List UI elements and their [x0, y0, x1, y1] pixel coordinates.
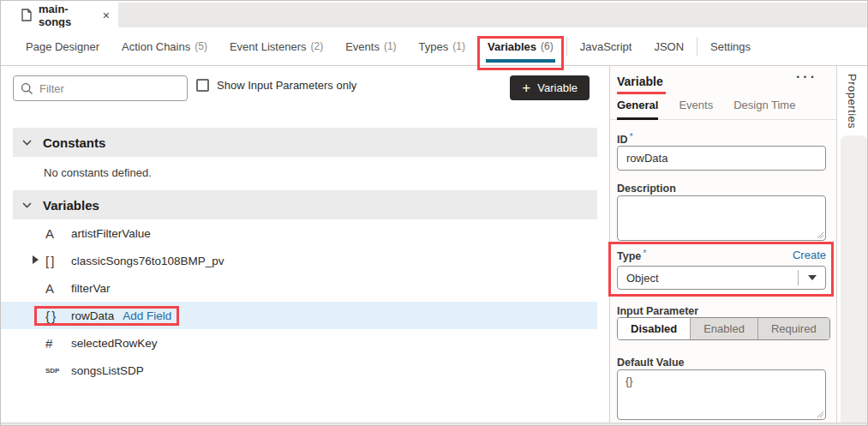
string-type-icon: A: [45, 281, 71, 296]
variable-row-rowData[interactable]: { } rowData Add Field: [1, 302, 597, 329]
active-tab-underline: [486, 59, 555, 63]
variable-name: artistFilterValue: [71, 227, 151, 240]
type-select-value: Object: [618, 272, 798, 285]
nav-divider: [697, 37, 697, 56]
id-input[interactable]: [617, 146, 826, 171]
tab-events[interactable]: Events(1): [334, 27, 407, 65]
variables-section-header[interactable]: Variables: [13, 190, 597, 219]
chevron-down-icon[interactable]: [799, 275, 825, 280]
document-tab-strip: main-songs ×: [1, 1, 867, 27]
type-select[interactable]: Object: [617, 266, 826, 290]
vb-editor-window: { "tab_bar": { "active_tab": "main-songs…: [0, 0, 868, 426]
type-field-label: Type*: [617, 248, 647, 263]
variable-properties-panel: Variable ··· General Events Design Time …: [609, 66, 836, 424]
editor-nav-bar: Page Designer Action Chains(5) Event Lis…: [1, 27, 867, 66]
add-variable-label: Variable: [537, 81, 578, 94]
tab-strip-background: [118, 3, 867, 27]
variables-list: A artistFilterValue [ ] classicSongs76to…: [1, 219, 597, 384]
variable-name: rowData: [71, 309, 114, 322]
nav-divider: [566, 37, 567, 56]
default-value-field: {}: [617, 369, 826, 420]
properties-rail-tab[interactable]: Properties: [846, 74, 859, 129]
array-type-icon: [ ]: [45, 254, 71, 268]
description-field-label: Description: [617, 180, 676, 195]
tab-events[interactable]: Events: [679, 99, 713, 119]
description-field: [617, 195, 826, 241]
type-field-group: Type* Create Object: [617, 248, 826, 290]
variable-row-selectedRowKey[interactable]: # selectedRowKey: [1, 329, 597, 357]
checkbox-label: Show Input Parameters only: [217, 79, 356, 92]
active-tab-underline: [617, 117, 658, 120]
tab-settings[interactable]: Settings: [699, 27, 762, 65]
id-field-label: ID*: [617, 131, 633, 147]
default-value-label: Default Value: [617, 354, 685, 369]
scrollbar-track[interactable]: [841, 135, 868, 424]
variable-row-classicSongs76to108BMP_pv[interactable]: [ ] classicSongs76to108BMP_pv: [1, 247, 597, 274]
sdp-type-icon: SDP: [45, 367, 71, 375]
variable-name: selectedRowKey: [71, 337, 158, 350]
tab-main-songs[interactable]: main-songs ×: [13, 3, 118, 27]
variable-name: filterVar: [71, 282, 111, 295]
string-type-icon: A: [45, 226, 71, 241]
variable-name: classicSongs76to108BMP_pv: [71, 255, 224, 267]
variable-row-songsListSDP[interactable]: SDP songsListSDP: [1, 357, 597, 384]
properties-panel-title: Variable: [617, 75, 663, 88]
required-asterisk: *: [630, 131, 633, 141]
tab-page-designer[interactable]: Page Designer: [15, 27, 111, 65]
variable-name: songsListSDP: [71, 364, 144, 377]
chevron-down-icon: [22, 140, 32, 146]
segment-disabled[interactable]: Disabled: [618, 318, 690, 339]
add-variable-button[interactable]: + Variable: [510, 75, 590, 100]
close-icon[interactable]: ×: [103, 9, 110, 22]
variables-list-panel: Show Input Parameters only + Variable Co…: [1, 66, 609, 424]
no-constants-message: No constants defined.: [44, 166, 152, 179]
tab-count: (1): [452, 40, 465, 52]
constants-section-title: Constants: [43, 135, 105, 150]
constants-section-header[interactable]: Constants: [13, 128, 597, 157]
tab-count: (2): [311, 40, 324, 52]
search-icon: [21, 82, 33, 95]
properties-tabs: General Events Design Time: [610, 99, 836, 120]
add-field-link[interactable]: Add Field: [123, 309, 171, 322]
tab-count: (5): [195, 40, 207, 52]
plus-icon: +: [522, 81, 530, 95]
input-parameter-label: Input Parameter: [617, 303, 698, 318]
tab-general[interactable]: General: [617, 99, 658, 119]
checkbox-unchecked-icon[interactable]: [196, 79, 209, 92]
number-type-icon: #: [45, 336, 71, 351]
create-type-link[interactable]: Create: [793, 249, 826, 261]
tab-types[interactable]: Types(1): [408, 27, 476, 65]
object-type-icon: { }: [45, 309, 71, 323]
variable-row-artistFilterValue[interactable]: A artistFilterValue: [1, 219, 597, 247]
tab-title: main-songs: [39, 3, 94, 28]
tab-count: (1): [384, 40, 397, 52]
filter-search-box: [13, 75, 188, 101]
chevron-down-icon: [22, 202, 32, 208]
tab-count: (6): [541, 40, 554, 52]
variable-row-filterVar[interactable]: A filterVar: [1, 274, 597, 302]
tab-design-time[interactable]: Design Time: [733, 99, 795, 119]
overflow-menu-icon[interactable]: ···: [796, 69, 817, 85]
filter-input[interactable]: [39, 82, 190, 95]
input-parameter-segmented-control: Disabled Enabled Required: [617, 317, 830, 340]
tab-action-chains[interactable]: Action Chains(5): [111, 27, 218, 65]
variables-section-title: Variables: [43, 198, 99, 213]
tab-json[interactable]: JSON: [643, 27, 695, 65]
tab-event-listeners[interactable]: Event Listeners(2): [218, 27, 334, 65]
properties-rail: Properties: [836, 66, 868, 424]
expand-arrow-icon[interactable]: [33, 255, 39, 264]
tab-variables[interactable]: Variables (6): [476, 27, 565, 65]
description-textarea[interactable]: [617, 195, 826, 241]
required-asterisk: *: [643, 248, 646, 258]
horizontal-scrollbar-track[interactable]: [1, 423, 867, 425]
segment-required[interactable]: Required: [757, 318, 829, 339]
show-input-parameters-toggle[interactable]: Show Input Parameters only: [196, 79, 356, 92]
annotation-underline-variable-title: [617, 92, 666, 94]
segment-enabled[interactable]: Enabled: [690, 318, 757, 339]
resize-grip-icon[interactable]: [816, 231, 823, 238]
tab-javascript[interactable]: JavaScript: [569, 27, 644, 65]
default-value-textarea[interactable]: {}: [617, 369, 826, 420]
resize-grip-icon[interactable]: [816, 410, 823, 417]
document-icon: [21, 9, 32, 21]
